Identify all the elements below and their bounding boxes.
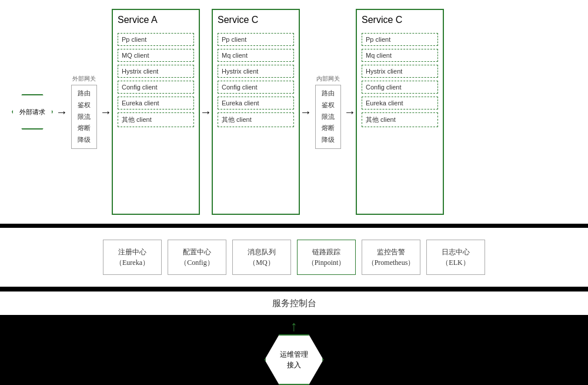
internal-gateway: 内部网关 路由 鉴权 限流 熔断 降级 bbox=[312, 12, 344, 212]
service-c2-config-client: Config client bbox=[362, 81, 438, 94]
service-a-hystrix-client: Hystrix client bbox=[118, 65, 194, 78]
gw-fn-1: 路由 bbox=[75, 88, 93, 99]
service-c1-other-client: 其他 client bbox=[218, 112, 294, 127]
service-c1-pp-client: Pp client bbox=[218, 33, 294, 46]
arrow-3: → bbox=[200, 105, 212, 119]
ops-console-label: 服务控制台 bbox=[272, 298, 316, 309]
igw-fn-3: 限流 bbox=[319, 111, 338, 123]
ops-console-section: 服务控制台 bbox=[0, 291, 588, 315]
service-c1-hystrix-client: Hystrix client bbox=[218, 65, 294, 78]
service-c1-eureka-client: Eureka client bbox=[218, 97, 294, 109]
gw-fn-5: 降级 bbox=[75, 134, 93, 146]
external-request-container: 外部请求 bbox=[9, 94, 56, 130]
infra-pinpoint: 链路跟踪（Pinpoint） bbox=[297, 240, 356, 275]
middle-section: 注册中心（Eureka） 配置中心（Config） 消息队列（MQ） 链路跟踪（… bbox=[0, 228, 588, 287]
service-a-config-client: Config client bbox=[118, 81, 194, 94]
igw-fn-1: 路由 bbox=[319, 88, 338, 99]
separator-1 bbox=[0, 224, 588, 228]
service-a-pp-client: Pp client bbox=[118, 33, 194, 46]
gw-fn-3: 限流 bbox=[75, 111, 93, 123]
internal-gateway-functions: 路由 鉴权 限流 熔断 降级 bbox=[315, 85, 341, 149]
arrow-5: → bbox=[344, 105, 356, 119]
main-container: 外部请求 → 外部网关 路由 鉴权 限流 熔断 降级 → Servic bbox=[0, 0, 588, 385]
internal-gateway-label: 内部网关 bbox=[316, 75, 340, 83]
service-c2-mq-client: Mq client bbox=[362, 49, 438, 62]
service-c2-container: Service C Pp client Mq client Hystrix cl… bbox=[356, 9, 444, 215]
infra-eureka: 注册中心（Eureka） bbox=[103, 240, 162, 275]
gw-fn-2: 鉴权 bbox=[75, 99, 93, 111]
external-request-hexagon: 外部请求 bbox=[12, 94, 53, 130]
service-a-container: Service A Pp client MQ client Hystrix cl… bbox=[112, 9, 200, 215]
service-a-title: Service A bbox=[118, 15, 194, 25]
service-c2-eureka-client: Eureka client bbox=[362, 97, 438, 109]
separator-2 bbox=[0, 287, 588, 291]
architecture-diagram: 外部请求 → 外部网关 路由 鉴权 限流 熔断 降级 → Servic bbox=[6, 6, 582, 218]
gw-fn-4: 熔断 bbox=[75, 122, 93, 134]
service-a-mq-client: MQ client bbox=[118, 49, 194, 62]
top-section: 外部请求 → 外部网关 路由 鉴权 限流 熔断 降级 → Servic bbox=[0, 0, 588, 224]
service-c2-pp-client: Pp client bbox=[362, 33, 438, 46]
service-c2-title: Service C bbox=[362, 15, 438, 25]
igw-fn-4: 熔断 bbox=[319, 122, 338, 134]
external-request-label: 外部请求 bbox=[19, 108, 45, 117]
external-gateway-label: 外部网关 bbox=[72, 75, 96, 83]
service-c1-mq-client: Mq client bbox=[218, 49, 294, 62]
service-c1-config-client: Config client bbox=[218, 81, 294, 94]
external-gateway-functions: 路由 鉴权 限流 熔断 降级 bbox=[71, 85, 97, 149]
igw-fn-2: 鉴权 bbox=[319, 99, 338, 111]
infra-mq: 消息队列（MQ） bbox=[232, 240, 291, 275]
service-c2-hystrix-client: Hystrix client bbox=[362, 65, 438, 78]
infra-config: 配置中心（Config） bbox=[168, 240, 226, 275]
service-a-eureka-client: Eureka client bbox=[118, 97, 194, 109]
infra-prometheus: 监控告警（Prometheus） bbox=[362, 240, 420, 275]
arrow-2: → bbox=[100, 105, 112, 119]
ops-arrow-up: ↑ bbox=[290, 319, 298, 333]
service-c1-title: Service C bbox=[218, 15, 294, 25]
service-c2-other-client: 其他 client bbox=[362, 112, 438, 127]
service-a-other-client: 其他 client bbox=[118, 112, 194, 127]
ops-hexagon: 运维管理接入 bbox=[265, 334, 323, 385]
arrow-1: → bbox=[56, 105, 68, 119]
igw-fn-5: 降级 bbox=[319, 134, 338, 146]
service-c1-container: Service C Pp client Mq client Hystrix cl… bbox=[212, 9, 300, 215]
ops-hexagon-group: ↑ 运维管理接入 bbox=[265, 319, 323, 385]
ops-section: ↑ 运维管理接入 bbox=[0, 319, 588, 385]
infra-elk: 日志中心（ELK） bbox=[426, 240, 485, 275]
arrow-4: → bbox=[300, 105, 312, 119]
external-gateway: 外部网关 路由 鉴权 限流 熔断 降级 bbox=[68, 12, 100, 212]
